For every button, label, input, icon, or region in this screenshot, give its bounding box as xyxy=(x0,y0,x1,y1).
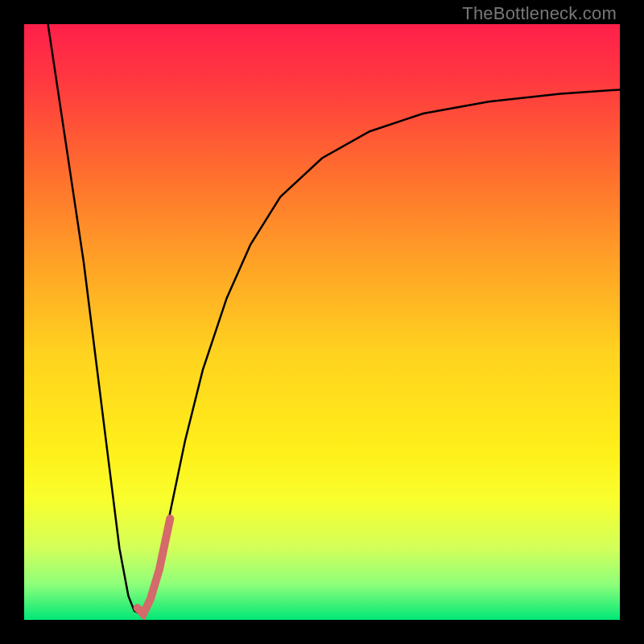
watermark-text: TheBottleneck.com xyxy=(462,3,617,24)
chart-background xyxy=(24,24,620,620)
chart-frame: TheBottleneck.com xyxy=(0,0,644,644)
chart-plot xyxy=(24,24,620,620)
